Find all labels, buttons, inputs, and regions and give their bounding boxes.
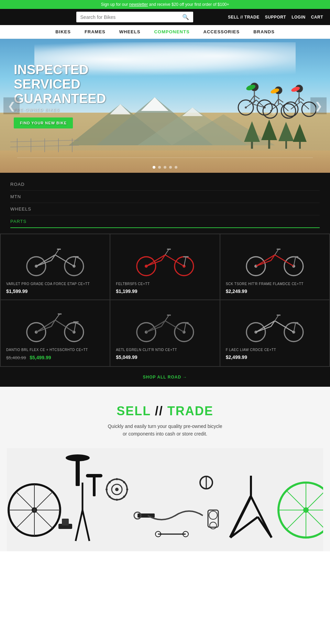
svg-text:3: 3 [254, 110, 255, 113]
black-nav-parts[interactable]: PARTS [10, 215, 320, 228]
svg-point-142 [126, 488, 128, 490]
black-nav: ROAD MTN WHEELS PARTS [10, 178, 320, 228]
hero-dot-5[interactable] [175, 166, 177, 169]
nav-components[interactable]: COMPONENTS [154, 29, 189, 34]
hero-subtitle: PRE-OWNED BIKES [14, 108, 106, 112]
sell-trade-link[interactable]: SELL // TRADE [228, 15, 260, 20]
product-card-3[interactable]: SCK TSORE HIT'R FRAME FLAMDCE CE+TT $2,2… [220, 234, 330, 300]
svg-line-113 [184, 323, 186, 332]
hero-dot-2[interactable] [158, 166, 161, 169]
product-image-4 [6, 306, 104, 343]
product-price-2: $1,199.99 [116, 289, 214, 294]
hero-dot-3[interactable] [164, 166, 166, 169]
shop-all-section: SHOP ALL ROAD → [0, 367, 330, 387]
svg-line-154 [230, 496, 251, 538]
search-input[interactable] [80, 14, 182, 20]
bike-svg-3 [231, 240, 319, 278]
product-card-1[interactable]: VARLET PRO GRADE CDA FORCE ETAP CE+TT $1… [0, 234, 110, 300]
bike-svg-5 [121, 306, 209, 343]
product-image-5 [116, 306, 214, 343]
svg-marker-6 [182, 108, 203, 116]
product-name-4: DANTIO BRL FLEX CE + HTCSSCRHTD CE+TT [6, 348, 104, 352]
svg-marker-5 [141, 97, 168, 111]
product-card-2[interactable]: FELTBRSF5 CE+TT $1,199.99 [110, 234, 220, 300]
svg-line-89 [294, 257, 296, 267]
svg-line-123 [275, 315, 278, 321]
svg-rect-135 [93, 476, 96, 496]
svg-point-143 [123, 496, 125, 498]
svg-point-141 [123, 481, 125, 483]
product-image-2 [116, 240, 214, 278]
product-price-6: $2,499.99 [226, 354, 324, 360]
black-section: ROAD MTN WHEELS PARTS [0, 173, 330, 234]
products-grid: VARLET PRO GRADE CDA FORCE ETAP CE+TT $1… [0, 234, 330, 367]
svg-line-32 [278, 99, 283, 102]
login-link[interactable]: LOGIN [292, 15, 306, 20]
support-link[interactable]: SUPPORT [265, 15, 286, 20]
svg-line-158 [258, 517, 272, 538]
hero-dot-1[interactable] [153, 166, 155, 169]
bike-svg-6 [231, 306, 319, 343]
product-name-5: AETL EGRELN CLIT'R NTID CE+TT [116, 348, 214, 352]
svg-line-99 [55, 314, 60, 320]
svg-point-145 [109, 496, 111, 498]
fence-svg [10, 135, 79, 156]
main-nav: BIKES FRAMES WHEELS COMPONENTS ACCESSORI… [0, 25, 330, 39]
nav-bikes[interactable]: BIKES [55, 29, 71, 34]
svg-rect-166 [62, 519, 69, 526]
black-nav-wheels[interactable]: WHEELS [10, 203, 320, 215]
product-price-1: $1,599.99 [6, 289, 104, 294]
nav-wheels[interactable]: WHEELS [119, 29, 141, 34]
bike-svg-2 [121, 240, 209, 278]
svg-line-63 [55, 249, 59, 255]
svg-line-75 [165, 249, 169, 255]
svg-line-77 [184, 257, 186, 267]
nav-brands[interactable]: BRANDS [253, 29, 275, 34]
svg-rect-133 [76, 459, 80, 486]
product-price-3: $2,249.99 [226, 289, 324, 294]
parts-collage-svg [7, 448, 323, 551]
product-price-4: $5,400.99 $5,499.99 [6, 354, 104, 361]
newsletter-link[interactable]: newsletter [129, 2, 148, 7]
cyclists-svg: 3 135 [206, 77, 316, 145]
hero-cta-button[interactable]: FIND YOUR NEW BIKE [14, 117, 73, 128]
nav-accessories[interactable]: ACCESSORIES [204, 29, 240, 34]
banner-text2: and receive $20 off your first order of … [148, 2, 229, 7]
svg-point-140 [116, 478, 118, 480]
product-card-5[interactable]: AETL EGRELN CLIT'R NTID CE+TT $5,049.99 [110, 300, 220, 366]
shop-all-link[interactable]: SHOP ALL ROAD → [143, 375, 187, 380]
search-icon[interactable]: 🔍 [182, 14, 189, 20]
hero-cyclists: 3 135 [206, 77, 316, 145]
product-image-3 [226, 240, 324, 278]
nav-frames[interactable]: FRAMES [85, 29, 106, 34]
svg-marker-4 [110, 104, 131, 114]
sell-trade-desc: Quickly and easily turn your quality pre… [7, 422, 323, 438]
hero-dots [153, 166, 177, 169]
sell-trade-image [7, 448, 323, 551]
header: 🔍 SELL // TRADE SUPPORT LOGIN CART [0, 9, 330, 25]
products-section: VARLET PRO GRADE CDA FORCE ETAP CE+TT $1… [0, 234, 330, 387]
product-image-6 [226, 306, 324, 343]
svg-line-87 [275, 249, 278, 255]
product-name-1: VARLET PRO GRADE CDA FORCE ETAP CE+TT [6, 282, 104, 286]
svg-line-111 [165, 315, 169, 321]
svg-line-41 [299, 97, 304, 101]
hero-dot-4[interactable] [169, 166, 172, 169]
svg-text:135: 135 [271, 112, 275, 115]
product-card-4[interactable]: DANTIO BRL FLEX CE + HTCSSCRHTD CE+TT $5… [0, 300, 110, 366]
bike-svg-1 [11, 240, 99, 278]
svg-point-139 [115, 488, 119, 491]
svg-point-134 [66, 454, 90, 461]
svg-point-153 [210, 522, 217, 529]
cart-link[interactable]: CART [311, 15, 323, 20]
search-bar: 🔍 [76, 12, 193, 22]
hero-headline: INSPECTED SERVICED GUARANTEED [14, 63, 106, 106]
black-nav-road[interactable]: ROAD [10, 178, 320, 191]
hero-prev-button[interactable]: ❮ [3, 98, 20, 114]
product-image-1 [6, 240, 104, 278]
svg-point-146 [106, 488, 108, 490]
black-nav-mtn[interactable]: MTN [10, 191, 320, 203]
header-nav: SELL // TRADE SUPPORT LOGIN CART [228, 15, 323, 20]
product-card-6[interactable]: F LAEC LIAW CRDCE CE+TT $2,499.99 [220, 300, 330, 366]
hero-next-button[interactable]: ❯ [310, 98, 327, 114]
